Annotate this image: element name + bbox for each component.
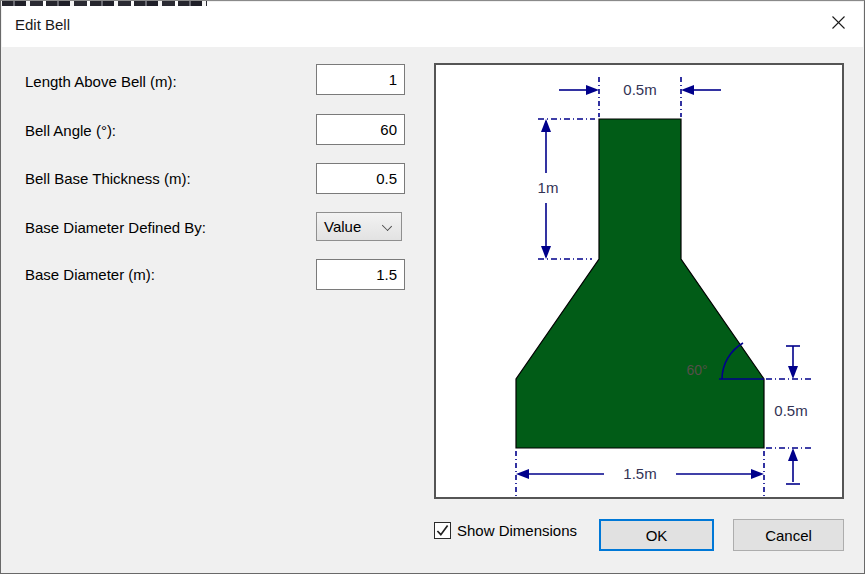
cancel-button-label: Cancel	[765, 527, 812, 544]
shaft-height-label: 1m	[538, 179, 559, 196]
base-width-label: 1.5m	[623, 465, 656, 482]
bell-base-thickness-label: Bell Base Thickness (m):	[25, 170, 191, 188]
close-button[interactable]	[821, 6, 855, 38]
bell-diagram: 0.5m 1m 0.5m 1.5m 60°	[436, 65, 842, 497]
base-diameter-input[interactable]	[316, 259, 405, 290]
combo-selected-value: Value	[324, 218, 361, 235]
window-title: Edit Bell	[15, 16, 70, 33]
chevron-down-icon	[382, 221, 392, 231]
cancel-button[interactable]: Cancel	[733, 519, 844, 551]
length-above-bell-input[interactable]	[316, 64, 405, 95]
show-dimensions-checkbox[interactable]	[434, 522, 451, 539]
ok-button-label: OK	[646, 527, 668, 544]
show-dimensions-label: Show Dimensions	[457, 522, 577, 539]
bell-angle-label: Bell Angle (°):	[25, 122, 116, 140]
edit-bell-dialog: Edit Bell Length Above Bell (m): Bell An…	[0, 0, 865, 574]
close-icon	[832, 16, 845, 29]
bell-base-thickness-input[interactable]	[316, 163, 405, 194]
base-diameter-defined-by-label: Base Diameter Defined By:	[25, 219, 206, 237]
base-height-label: 0.5m	[774, 402, 807, 419]
titlebar: Edit Bell	[2, 2, 863, 47]
bell-shape	[516, 119, 764, 448]
background-window-fragment	[2, 1, 207, 6]
length-above-bell-label: Length Above Bell (m):	[25, 73, 177, 91]
base-diameter-label: Base Diameter (m):	[25, 266, 155, 284]
bell-diagram-panel: 0.5m 1m 0.5m 1.5m 60°	[434, 63, 844, 499]
checkmark-icon	[436, 524, 449, 537]
top-width-label: 0.5m	[623, 81, 656, 98]
base-diameter-defined-by-select[interactable]: Value	[316, 212, 402, 241]
bell-angle-value-label: 60°	[686, 362, 707, 378]
bell-angle-input[interactable]	[316, 114, 405, 145]
ok-button[interactable]: OK	[599, 519, 714, 551]
